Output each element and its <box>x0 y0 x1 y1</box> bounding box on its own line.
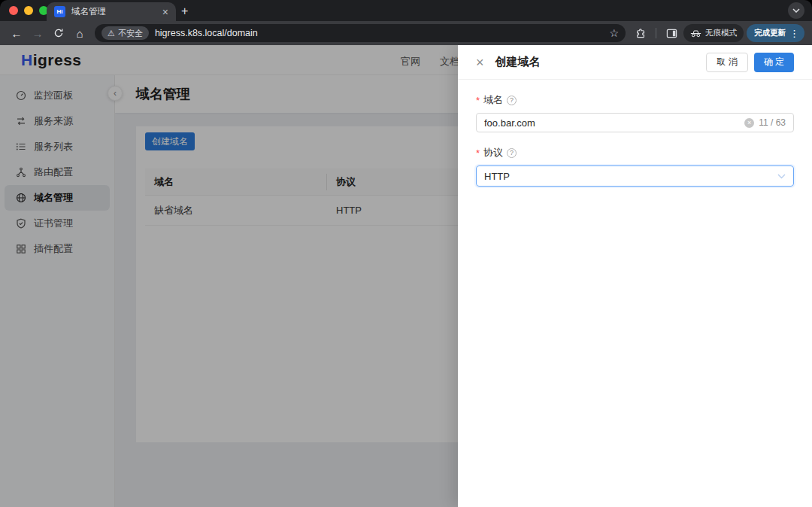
required-asterisk: * <box>476 147 480 159</box>
chevron-down-icon <box>777 174 786 179</box>
new-tab-button[interactable]: + <box>181 4 188 19</box>
question-circle-icon[interactable]: ? <box>507 96 517 105</box>
protocol-field-label: * 协议 ? <box>476 146 794 159</box>
incognito-glasses-icon <box>690 29 701 38</box>
back-button[interactable]: ← <box>8 27 26 40</box>
tab-search-button[interactable] <box>788 2 804 19</box>
clear-input-icon[interactable]: × <box>744 118 754 128</box>
security-badge[interactable]: ⚠ 不安全 <box>102 26 149 40</box>
home-button[interactable]: ⌂ <box>71 27 89 40</box>
close-icon[interactable]: × <box>476 56 484 69</box>
incognito-indicator[interactable]: 无痕模式 <box>683 24 744 42</box>
update-chrome-button[interactable]: 完成更新 ⋮ <box>747 24 804 42</box>
domain-input-wrapper: × 11 / 63 <box>476 113 794 132</box>
app-viewport: Higress 官网 文档 监控面板 服务来源 服务列表 路由配置 域名管理 证… <box>0 45 812 507</box>
toolbar-divider <box>656 28 656 38</box>
field-label-text: 协议 <box>483 146 503 159</box>
extensions-button[interactable] <box>632 28 650 39</box>
reload-icon <box>53 28 64 38</box>
drawer-body: * 域名 ? × 11 / 63 * 协议 ? HTTP <box>458 80 812 200</box>
confirm-button[interactable]: 确 定 <box>754 53 794 72</box>
char-counter: 11 / 63 <box>759 117 786 128</box>
macos-traffic-lights <box>9 6 48 15</box>
side-panel-button[interactable] <box>662 28 680 39</box>
browser-menu-icon[interactable]: ⋮ <box>789 28 799 39</box>
browser-toolbar: ← → ⌂ ⚠ 不安全 higress.k8s.local/domain ☆ 无… <box>0 21 812 45</box>
bookmark-star-icon[interactable]: ☆ <box>609 27 619 39</box>
browser-tabstrip: Hi 域名管理 × + <box>0 0 812 21</box>
forward-button[interactable]: → <box>29 27 47 40</box>
field-label-text: 域名 <box>483 93 503 107</box>
domain-input[interactable] <box>484 117 740 129</box>
create-domain-drawer: × 创建域名 取 消 确 定 * 域名 ? × 11 / 63 * 协议 ? H <box>458 45 812 507</box>
security-label: 不安全 <box>118 28 143 39</box>
question-circle-icon[interactable]: ? <box>507 148 517 158</box>
warning-icon: ⚠ <box>108 29 115 38</box>
reload-button[interactable] <box>50 28 68 38</box>
tab-title: 域名管理 <box>71 6 156 17</box>
update-label: 完成更新 <box>754 28 786 38</box>
chevron-down-icon <box>792 8 800 13</box>
tab-close-icon[interactable]: × <box>162 7 168 17</box>
minimize-window-button[interactable] <box>24 6 33 15</box>
address-bar[interactable]: ⚠ 不安全 higress.k8s.local/domain ☆ <box>95 24 626 42</box>
higress-favicon: Hi <box>54 6 65 17</box>
close-window-button[interactable] <box>9 6 18 15</box>
puzzle-icon <box>635 28 647 39</box>
url-text[interactable]: higress.k8s.local/domain <box>155 28 604 38</box>
protocol-select-value: HTTP <box>484 171 510 182</box>
incognito-label: 无痕模式 <box>705 28 737 38</box>
required-asterisk: * <box>476 95 480 106</box>
browser-tab[interactable]: Hi 域名管理 × <box>47 2 176 21</box>
domain-field-label: * 域名 ? <box>476 93 794 107</box>
protocol-select[interactable]: HTTP <box>476 165 794 187</box>
drawer-header: × 创建域名 取 消 确 定 <box>458 45 812 80</box>
cancel-button[interactable]: 取 消 <box>706 53 747 72</box>
drawer-title: 创建域名 <box>495 55 707 69</box>
side-panel-icon <box>666 28 677 39</box>
